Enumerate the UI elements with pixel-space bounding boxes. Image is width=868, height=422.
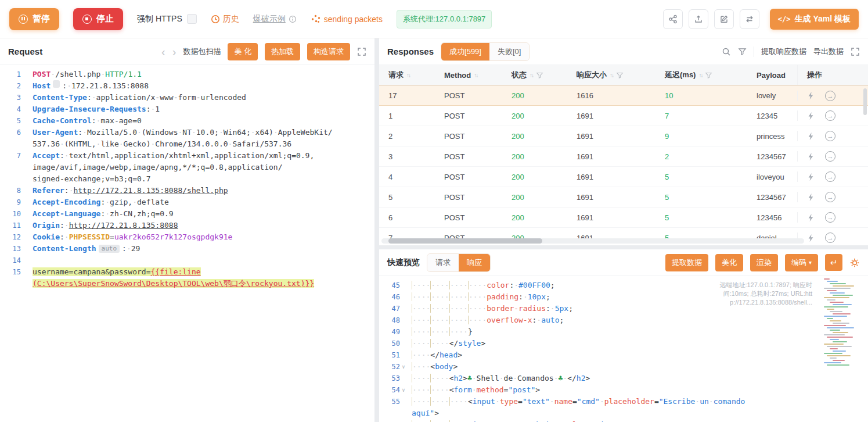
code-text[interactable]: ········<form·method="post">	[412, 384, 868, 396]
response-preview-editor[interactable]: 远端地址:127.0.0.1:7897; 响应时 间:10ms; 总耗时:27m…	[379, 276, 868, 422]
code-text[interactable]: Accept:·text/html,application/xhtml+xml,…	[33, 150, 374, 185]
code-line[interactable]: 9Accept-Encoding:·gzip,·deflate	[0, 196, 374, 208]
request-editor[interactable]: 1POST·/shell.php·HTTP/1.12Host:·172.21.8…	[0, 65, 374, 422]
extract-response-data-button[interactable]: 提取响应数据	[761, 47, 806, 57]
code-text[interactable]: username=campana&password={{file:line(C:…	[33, 266, 374, 289]
code-line[interactable]: 3Content-Type:·application/x-www-form-ur…	[0, 92, 374, 103]
response-row[interactable]: 3POST200169121234567→	[379, 146, 868, 167]
code-text[interactable]: User-Agent:·Mozilla/5.0·(Windows·NT·10.0…	[33, 127, 374, 150]
pause-button[interactable]: 暂停	[9, 8, 59, 30]
tab-preview-request[interactable]: 请求	[427, 254, 459, 271]
code-text[interactable]: Origin:·http://172.21.8.135:8088	[33, 220, 374, 231]
open-detail-icon[interactable]: →	[825, 151, 835, 162]
replay-bolt-icon[interactable]	[807, 112, 815, 120]
open-detail-icon[interactable]: →	[825, 192, 835, 202]
response-row[interactable]: 2POST20016919princess→	[379, 126, 868, 146]
open-detail-icon[interactable]: →	[825, 110, 835, 121]
column-header-3[interactable]: 状态↑↓	[502, 65, 567, 85]
extract-data-button[interactable]: 提取数据	[665, 254, 708, 271]
filter-icon[interactable]	[536, 71, 543, 79]
beautify-response-button[interactable]: 美化	[715, 254, 743, 271]
open-detail-icon[interactable]: →	[825, 233, 835, 243]
encode-dropdown[interactable]: 编码 ▾	[785, 254, 818, 271]
code-text[interactable]: Host:·172.21.8.135:8088	[33, 80, 374, 92]
code-text[interactable]: Upgrade-Insecure-Requests:·1	[33, 103, 374, 115]
wrap-toggle-button[interactable]: ↵	[825, 254, 842, 271]
code-line[interactable]: 11Origin:·http://172.21.8.135:8088	[0, 220, 374, 231]
column-header-2[interactable]: Method↑↓	[435, 65, 502, 85]
replay-bolt-icon[interactable]	[807, 91, 815, 100]
response-row[interactable]: 1POST2001691712345→	[379, 106, 868, 126]
code-text[interactable]: ············<input·type="text"·name="cmd…	[412, 396, 868, 419]
swap-button[interactable]	[740, 9, 759, 29]
code-text[interactable]: ············<input·type="submit"·value="…	[412, 419, 868, 422]
code-text[interactable]: ····</head>	[412, 349, 868, 361]
generate-yaml-button[interactable]: </> 生成 Yaml 模板	[770, 9, 859, 30]
code-line[interactable]: 12Cookie:·PHPSESSID=uakr2ko652r7k127osgp…	[0, 231, 374, 243]
filter-icon[interactable]	[616, 71, 624, 79]
code-line[interactable]: 14	[0, 255, 374, 266]
code-line[interactable]: 56············<input·type="submit"·value…	[379, 419, 868, 422]
code-text[interactable]: ········</style>	[412, 338, 868, 349]
code-line[interactable]: 49············}	[379, 326, 868, 338]
code-text[interactable]: Content-Type:·application/x-www-form-url…	[33, 92, 374, 103]
export-data-button[interactable]: 导出数据	[813, 47, 844, 57]
replay-bolt-icon[interactable]	[807, 234, 815, 242]
code-text[interactable]: Accept-Encoding:·gzip,·deflate	[33, 196, 374, 208]
replay-bolt-icon[interactable]	[807, 193, 815, 202]
code-line[interactable]: 2Host:·172.21.8.135:8088	[0, 80, 374, 92]
replay-bolt-icon[interactable]	[807, 152, 815, 161]
horizontal-scrollbar-thumb[interactable]	[388, 238, 542, 244]
code-line[interactable]: 55············<input·type="text"·name="c…	[379, 396, 868, 419]
response-row[interactable]: 4POST20016915iloveyou→	[379, 167, 868, 187]
prev-request-chevron[interactable]: ‹	[161, 46, 165, 58]
code-line[interactable]: 6User-Agent:·Mozilla/5.0·(Windows·NT·10.…	[0, 127, 374, 150]
vertical-scrollbar-thumb[interactable]	[863, 88, 867, 115]
open-detail-icon[interactable]: →	[825, 171, 835, 182]
response-row[interactable]: 6POST20016915123456→	[379, 208, 868, 228]
construct-request-button[interactable]: 构造请求	[307, 43, 350, 60]
replay-bolt-icon[interactable]	[807, 213, 815, 222]
code-line[interactable]: 4Upgrade-Insecure-Requests:·1	[0, 103, 374, 115]
code-line[interactable]: 48················overflow-x:·auto;	[379, 314, 868, 326]
sort-arrows-icon[interactable]: ↑↓	[698, 72, 702, 78]
code-text[interactable]: Accept-Language:·zh-CN,zh;q=0.9	[33, 208, 374, 220]
column-header-1[interactable]: 请求↑↓	[379, 65, 435, 85]
beautify-button[interactable]: 美 化	[228, 43, 258, 60]
tab-success[interactable]: 成功[599]	[441, 43, 489, 60]
column-header-5[interactable]: 延迟(ms)↑↓	[655, 65, 747, 85]
replay-bolt-icon[interactable]	[807, 132, 815, 141]
search-icon[interactable]	[722, 47, 731, 56]
share-button[interactable]	[663, 9, 683, 29]
code-text[interactable]: Cookie:·PHPSESSID=uakr2ko652r7k127osgpdg…	[33, 231, 374, 243]
fullscreen-icon[interactable]	[851, 47, 860, 56]
response-row[interactable]: 5POST200169151234567→	[379, 187, 868, 208]
code-text[interactable]	[33, 255, 374, 266]
fold-chevron-icon[interactable]: ∨	[400, 384, 407, 396]
fold-chevron-icon[interactable]: ∨	[400, 361, 407, 373]
column-header-4[interactable]: 响应大小↑↓	[567, 65, 655, 85]
history-link[interactable]: 历史	[211, 14, 239, 24]
sort-arrows-icon[interactable]: ↑↓	[406, 72, 410, 78]
code-line[interactable]: 54∨········<form·method="post">	[379, 384, 868, 396]
render-button[interactable]: 渲染	[750, 254, 778, 271]
export-button[interactable]	[689, 9, 708, 29]
code-line[interactable]: 15username=campana&password={{file:line(…	[0, 266, 374, 289]
sort-arrows-icon[interactable]: ↑↓	[530, 72, 533, 78]
sort-arrows-icon[interactable]: ↑↓	[610, 72, 613, 78]
tab-fail[interactable]: 失败[0]	[489, 43, 529, 60]
code-line[interactable]: 50········</style>	[379, 338, 868, 349]
code-line[interactable]: 13Content-Lengthauto:·29	[0, 243, 374, 255]
code-text[interactable]: POST·/shell.php·HTTP/1.1	[33, 69, 374, 80]
code-text[interactable]: Cache-Control:·max-age=0	[33, 115, 374, 127]
code-line[interactable]: 5Cache-Control:·max-age=0	[0, 115, 374, 127]
column-header-7[interactable]: 操作	[797, 65, 868, 85]
fullscreen-icon[interactable]	[357, 47, 366, 56]
code-text[interactable]: ················overflow-x:·auto;	[412, 314, 868, 326]
code-line[interactable]: 1POST·/shell.php·HTTP/1.1	[0, 69, 374, 80]
code-text[interactable]: ········<h2>♣·Shell·de·Comandos·♣·</h2>	[412, 373, 868, 384]
hot-reload-button[interactable]: 热加载	[265, 43, 300, 60]
code-text[interactable]: ············}	[412, 326, 868, 338]
open-detail-icon[interactable]: →	[825, 91, 835, 101]
edit-button[interactable]	[714, 9, 734, 29]
